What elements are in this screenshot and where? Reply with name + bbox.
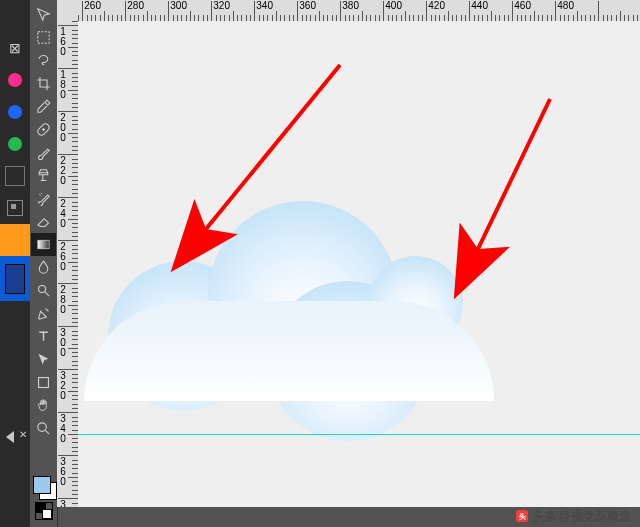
os-launcher-strip: ⊠ xyxy=(0,0,30,527)
ruler-horizontal[interactable]: 260280300320340360380400420440460480 xyxy=(78,0,640,22)
svg-rect-4 xyxy=(39,378,49,388)
ruler-h-label: 440 xyxy=(471,0,488,11)
history-brush-tool-icon[interactable] xyxy=(31,187,56,210)
ruler-v-label: 300 xyxy=(58,328,68,358)
ruler-h-label: 260 xyxy=(84,0,101,11)
ruler-h-label: 300 xyxy=(170,0,187,11)
watermark-logo-icon: 头 xyxy=(514,508,530,524)
foreground-swatch[interactable] xyxy=(33,476,51,494)
annotation-arrows xyxy=(78,21,640,507)
ruler-v-label: 240 xyxy=(58,199,68,229)
type-tool-icon[interactable] xyxy=(31,325,56,348)
brush-tool-icon[interactable] xyxy=(31,141,56,164)
os-item-folder-orange[interactable] xyxy=(0,224,30,256)
svg-point-3 xyxy=(39,286,46,293)
os-item-box-app[interactable] xyxy=(0,160,30,192)
healing-brush-tool-icon[interactable] xyxy=(31,118,56,141)
ruler-h-label: 420 xyxy=(428,0,445,11)
ruler-h-label: 460 xyxy=(514,0,531,11)
ruler-h-label: 280 xyxy=(127,0,144,11)
os-item-editor-active[interactable] xyxy=(0,256,30,301)
lasso-tool-icon[interactable] xyxy=(31,49,56,72)
ruler-vertical[interactable]: 160180200220240260280300320340360380 xyxy=(57,21,79,507)
ruler-v-label: 160 xyxy=(58,27,68,57)
document-canvas[interactable] xyxy=(78,21,640,507)
ruler-v-label: 380 xyxy=(58,500,68,507)
ruler-h-label: 380 xyxy=(342,0,359,11)
svg-point-5 xyxy=(38,423,47,432)
ruler-h-label: 340 xyxy=(256,0,273,11)
os-item-ctx-app[interactable] xyxy=(0,192,30,224)
blur-tool-icon[interactable] xyxy=(31,256,56,279)
os-item-blue-app[interactable] xyxy=(0,96,30,128)
os-item-pink-app[interactable] xyxy=(0,64,30,96)
shape-tool-icon[interactable] xyxy=(31,371,56,394)
ruler-v-label: 260 xyxy=(58,242,68,272)
clone-stamp-tool-icon[interactable] xyxy=(31,164,56,187)
eyedropper-tool-icon[interactable] xyxy=(31,95,56,118)
path-selection-tool-icon[interactable] xyxy=(31,348,56,371)
ruler-v-label: 280 xyxy=(58,285,68,315)
ruler-v-label: 360 xyxy=(58,457,68,487)
svg-rect-0 xyxy=(38,32,49,43)
default-swatches-icon[interactable] xyxy=(35,502,53,520)
pen-tool-icon[interactable] xyxy=(31,302,56,325)
eraser-tool-icon[interactable] xyxy=(31,210,56,233)
toolbox xyxy=(30,0,58,527)
ruler-h-label: 480 xyxy=(557,0,574,11)
color-swatches[interactable] xyxy=(31,476,56,524)
os-item-green-app[interactable] xyxy=(0,128,30,160)
marquee-tool-icon[interactable] xyxy=(31,26,56,49)
ruler-h-label: 400 xyxy=(385,0,402,11)
annotation-arrow xyxy=(478,99,550,249)
crop-tool-icon[interactable] xyxy=(31,72,56,95)
ruler-h-label: 360 xyxy=(299,0,316,11)
os-item-blank xyxy=(0,0,30,32)
ruler-v-label: 320 xyxy=(58,371,68,401)
ruler-v-label: 180 xyxy=(58,70,68,100)
zoom-tool-icon[interactable] xyxy=(31,417,56,440)
ruler-h-label: 320 xyxy=(213,0,230,11)
move-tool-icon[interactable] xyxy=(31,3,56,26)
audio-muted-icon[interactable] xyxy=(0,421,30,453)
watermark-brand: 头条 xyxy=(533,508,557,525)
ruler-origin-corner[interactable] xyxy=(57,0,79,22)
hand-tool-icon[interactable] xyxy=(31,394,56,417)
svg-text:头: 头 xyxy=(518,512,525,521)
ruler-v-label: 220 xyxy=(58,156,68,186)
svg-rect-2 xyxy=(38,240,49,249)
watermark-author: @视觉新概念 xyxy=(559,508,631,525)
ruler-v-label: 200 xyxy=(58,113,68,143)
gradient-tool-icon[interactable] xyxy=(31,233,56,256)
dodge-tool-icon[interactable] xyxy=(31,279,56,302)
canvas-viewport[interactable] xyxy=(78,21,640,507)
annotation-arrow xyxy=(206,65,340,229)
article-watermark: 头 头条 @视觉新概念 xyxy=(514,507,631,525)
os-item-close[interactable]: ⊠ xyxy=(0,32,30,64)
ruler-v-label: 340 xyxy=(58,414,68,444)
